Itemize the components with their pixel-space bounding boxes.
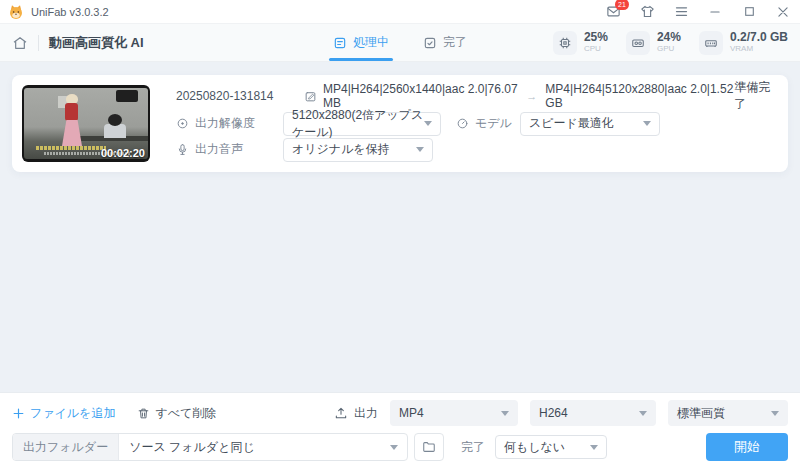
gpu-icon [626, 31, 650, 55]
processing-queue-icon [333, 36, 347, 50]
mail-button[interactable]: 21 [604, 3, 622, 21]
navbar: 動画高画質化 AI 処理中 完了 [0, 24, 800, 62]
cpu-label: CPU [584, 44, 608, 54]
task-card: 00:02:20 20250820-131814 MP4|H264|2560x1… [12, 75, 788, 172]
cpu-icon [553, 31, 577, 55]
quality-value: 標準画質 [677, 405, 725, 422]
format-select[interactable]: MP4 [390, 400, 518, 426]
chevron-down-icon [771, 411, 779, 416]
resolution-value: 5120x2880(2倍アップスケール) [292, 107, 424, 141]
theme-skin-button[interactable] [638, 3, 656, 21]
chevron-down-icon [643, 121, 651, 126]
audio-field-label: 出力音声 [176, 141, 283, 158]
output-folder-value: ソース フォルダと同じ [119, 439, 390, 456]
start-button[interactable]: 開始 [706, 433, 788, 461]
codec-value: H264 [539, 406, 568, 420]
after-done-value: 何もしない [504, 439, 565, 456]
delete-all-button[interactable]: すべて削除 [137, 405, 216, 422]
task-status: 準備完了 [734, 79, 778, 113]
target-icon [176, 117, 189, 130]
gpu-value: 24% [657, 31, 681, 44]
memory-icon [699, 31, 723, 55]
target-media-info: MP4|H264|5120x2880|aac 2.0|1.52 GB [545, 82, 734, 110]
add-files-button[interactable]: ファイルを追加 [12, 405, 115, 422]
output-field-label: 出力 [334, 405, 378, 422]
microphone-icon [176, 143, 189, 156]
codec-select[interactable]: H264 [530, 400, 656, 426]
gpu-label: GPU [657, 44, 681, 54]
module-title: 動画高画質化 AI [49, 34, 144, 52]
export-icon [334, 406, 348, 420]
model-gauge-icon [456, 117, 469, 130]
browse-folder-button[interactable] [414, 433, 444, 461]
quality-select[interactable]: 標準画質 [668, 400, 788, 426]
app-title: UniFab v3.0.3.2 [31, 6, 109, 18]
close-button[interactable] [774, 3, 792, 21]
tab-processing-label: 処理中 [353, 34, 389, 51]
chevron-down-icon [390, 445, 398, 450]
after-done-label: 完了 [461, 439, 485, 456]
after-done-select[interactable]: 何もしない [495, 435, 607, 459]
folder-icon [422, 440, 436, 454]
tab-bar: 処理中 完了 [333, 24, 467, 61]
output-folder-select[interactable]: 出力フォルダー ソース フォルダと同じ [12, 433, 408, 461]
cpu-value: 25% [584, 31, 608, 44]
tab-completed[interactable]: 完了 [423, 24, 467, 61]
video-duration: 00:02:20 [101, 147, 145, 159]
task-filename: 20250820-131814 [176, 89, 304, 103]
audio-value: オリジナルを保持 [292, 141, 390, 158]
check-square-icon [423, 36, 437, 50]
menu-button[interactable] [672, 3, 690, 21]
video-thumbnail[interactable]: 00:02:20 [22, 85, 150, 162]
resolution-select[interactable]: 5120x2880(2倍アップスケール) [283, 112, 441, 136]
titlebar: UniFab v3.0.3.2 21 [0, 0, 800, 24]
add-files-label: ファイルを追加 [30, 405, 115, 422]
model-value: スピード最適化 [529, 115, 614, 132]
resolution-field-label: 出力解像度 [176, 115, 283, 132]
chevron-down-icon [424, 121, 432, 126]
audio-select[interactable]: オリジナルを保持 [283, 138, 433, 162]
maximize-button[interactable] [740, 3, 758, 21]
footer: ファイルを追加 すべて削除 出力 MP4 H264 [0, 392, 800, 462]
vram-label: VRAM [730, 44, 788, 54]
format-value: MP4 [399, 406, 424, 420]
chevron-down-icon [590, 445, 598, 450]
vram-value: 0.2/7.0 GB [730, 31, 788, 44]
arrow-right-icon: → [524, 90, 539, 102]
task-list-area: 00:02:20 20250820-131814 MP4|H264|2560x1… [0, 62, 800, 392]
delete-all-label: すべて削除 [155, 405, 216, 422]
chevron-down-icon [416, 147, 424, 152]
vram-stat: 0.2/7.0 GB VRAM [699, 31, 788, 55]
tab-completed-label: 完了 [443, 34, 467, 51]
edit-info-icon[interactable] [304, 90, 317, 103]
minimize-button[interactable] [706, 3, 724, 21]
model-field-label: モデル [456, 115, 520, 132]
output-folder-label: 出力フォルダー [13, 434, 119, 460]
gpu-stat: 24% GPU [626, 31, 681, 55]
tab-processing[interactable]: 処理中 [333, 24, 389, 61]
nav-divider [38, 35, 39, 51]
app-logo-icon [8, 4, 24, 20]
model-select[interactable]: スピード最適化 [520, 112, 660, 136]
system-stats: 25% CPU 24% GPU 0.2/7.0 GB [553, 31, 788, 55]
mail-badge: 21 [615, 0, 629, 10]
chevron-down-icon [501, 411, 509, 416]
chevron-down-icon [639, 411, 647, 416]
cpu-stat: 25% CPU [553, 31, 608, 55]
home-icon[interactable] [12, 35, 28, 51]
